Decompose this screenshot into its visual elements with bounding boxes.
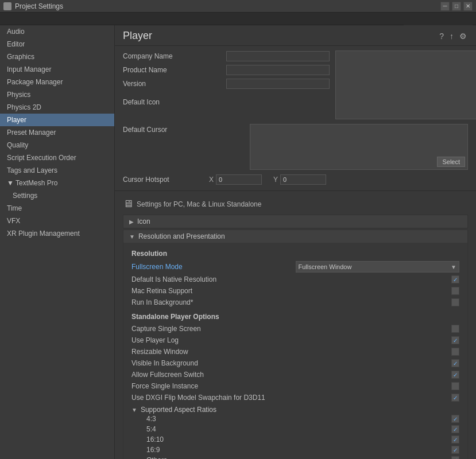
- fullscreen-mode-dropdown[interactable]: Fullscreen Window ▼: [296, 261, 460, 273]
- use-player-log-checkbox[interactable]: [451, 336, 459, 344]
- sidebar-item-input-manager[interactable]: Input Manager: [0, 63, 114, 76]
- sidebar-item-audio[interactable]: Audio: [0, 25, 114, 38]
- capture-single-checkbox[interactable]: [451, 325, 459, 333]
- close-button[interactable]: ✕: [463, 2, 473, 11]
- aspect-4-3-label: 4:3: [141, 415, 451, 423]
- resizable-window-checkbox[interactable]: [451, 348, 459, 356]
- visible-in-background-row: Visible In Background: [131, 357, 459, 369]
- use-player-log-label: Use Player Log: [131, 336, 451, 344]
- sidebar-item-xr-plugin[interactable]: XR Plugin Management: [0, 227, 114, 240]
- company-name-row: Company Name: [123, 50, 330, 62]
- force-single-instance-checkbox[interactable]: [451, 382, 459, 390]
- sidebar-item-preset-manager[interactable]: Preset Manager: [0, 126, 114, 139]
- main-area: Audio Editor Graphics Input Manager Pack…: [0, 25, 476, 459]
- aspect-ratios-header[interactable]: ▼ Supported Aspect Ratios: [131, 406, 459, 414]
- product-name-label: Product Name: [123, 66, 226, 74]
- title-bar: Project Settings ─ □ ✕: [0, 0, 476, 13]
- sidebar-item-tags-and-layers[interactable]: Tags and Layers: [0, 164, 114, 177]
- aspect-others-label: Others: [141, 456, 451, 459]
- aspect-4-3-row: 4:3: [141, 414, 459, 424]
- sidebar-item-time[interactable]: Time: [0, 202, 114, 215]
- use-player-log-row: Use Player Log: [131, 334, 459, 346]
- dxgi-flip-checkbox[interactable]: [451, 394, 459, 402]
- dxgi-flip-row: Use DXGI Flip Model Swapchain for D3D11: [131, 392, 459, 403]
- resolution-section-label: Resolution and Presentation: [138, 232, 225, 240]
- native-resolution-row: Default Is Native Resolution: [131, 274, 459, 285]
- maximize-button[interactable]: □: [452, 2, 461, 11]
- aspect-4-3-checkbox[interactable]: [451, 415, 459, 423]
- sidebar-item-script-execution-order[interactable]: Script Execution Order: [0, 151, 114, 164]
- search-input[interactable]: [404, 13, 473, 25]
- capture-single-row: Capture Single Screen: [131, 323, 459, 334]
- company-name-input[interactable]: [226, 51, 330, 61]
- aspect-others-row: Others: [141, 455, 459, 459]
- cursor-left: Default Cursor: [123, 124, 244, 138]
- icon-collapsible-header[interactable]: ▶ Icon: [123, 215, 468, 228]
- aspect-others-checkbox[interactable]: [451, 456, 459, 459]
- main-scroll-area: Company Name Product Name Version: [115, 46, 476, 459]
- aspect-5-4-checkbox[interactable]: [451, 425, 459, 433]
- version-input[interactable]: [226, 79, 330, 89]
- sidebar-item-quality[interactable]: Quality: [0, 139, 114, 151]
- top-search-bar: [0, 13, 476, 25]
- window-title: Project Settings: [15, 2, 440, 10]
- cursor-y-input[interactable]: [280, 174, 326, 185]
- aspect-ratios-content: 4:3 5:4 16:10: [141, 414, 459, 459]
- native-resolution-checkbox[interactable]: [451, 275, 459, 283]
- gear-icon[interactable]: ⚙: [458, 30, 468, 42]
- native-resolution-label: Default Is Native Resolution: [131, 275, 451, 283]
- window-icon: [3, 2, 11, 10]
- mac-retina-checkbox[interactable]: [451, 287, 459, 295]
- aspect-16-10-label: 16:10: [141, 435, 451, 444]
- player-fields-section: Company Name Product Name Version: [115, 46, 476, 190]
- select-cursor-button[interactable]: Select: [437, 157, 465, 167]
- sidebar-item-player[interactable]: Player: [0, 114, 114, 126]
- allow-fullscreen-switch-checkbox[interactable]: [451, 371, 459, 379]
- aspect-16-10-checkbox[interactable]: [451, 435, 459, 444]
- resolution-header[interactable]: ▼ Resolution and Presentation: [123, 230, 467, 243]
- cursor-y-coord: Y: [273, 174, 326, 185]
- platform-header: 🖥 Settings for PC, Mac & Linux Standalon…: [123, 198, 468, 210]
- sidebar-item-vfx[interactable]: VFX: [0, 215, 114, 227]
- company-name-label: Company Name: [123, 52, 226, 60]
- sidebar-item-textmesh-pro[interactable]: ▼ TextMesh Pro: [0, 177, 114, 189]
- fullscreen-mode-row: Fullscreen Mode Fullscreen Window ▼: [131, 260, 459, 274]
- sidebar-item-editor[interactable]: Editor: [0, 38, 114, 50]
- upload-icon[interactable]: ↑: [448, 30, 455, 42]
- aspect-16-10-row: 16:10: [141, 434, 459, 445]
- monitor-icon: 🖥: [123, 198, 133, 210]
- fields-left: Company Name Product Name Version: [123, 50, 330, 119]
- sidebar-item-physics-2d[interactable]: Physics 2D: [0, 101, 114, 114]
- sidebar-item-graphics[interactable]: Graphics: [0, 50, 114, 63]
- dropdown-arrow-icon: ▼: [451, 264, 456, 270]
- cursor-preview: Select: [250, 124, 468, 170]
- aspect-ratios-section: ▼ Supported Aspect Ratios 4:3: [131, 406, 459, 459]
- standalone-options-label: Standalone Player Options: [131, 313, 459, 321]
- product-name-row: Product Name: [123, 64, 330, 76]
- sidebar-item-settings[interactable]: Settings: [0, 189, 114, 202]
- visible-in-background-checkbox[interactable]: [451, 359, 459, 367]
- aspect-16-9-checkbox[interactable]: [451, 446, 459, 454]
- help-icon[interactable]: ?: [438, 30, 445, 42]
- cursor-x-input[interactable]: [216, 174, 262, 185]
- divider-1: [115, 190, 476, 191]
- run-in-background-checkbox[interactable]: [451, 298, 459, 306]
- aspect-16-9-row: 16:9: [141, 445, 459, 455]
- run-in-background-row: Run In Background*: [131, 297, 459, 308]
- force-single-instance-row: Force Single Instance: [131, 380, 459, 392]
- aspect-5-4-row: 5:4: [141, 424, 459, 434]
- aspect-16-9-label: 16:9: [141, 446, 451, 454]
- aspect-5-4-label: 5:4: [141, 425, 451, 433]
- fullscreen-mode-value: Fullscreen Window: [299, 263, 352, 270]
- version-label: Version: [123, 80, 226, 88]
- sidebar-item-package-manager[interactable]: Package Manager: [0, 76, 114, 88]
- product-name-input[interactable]: [226, 65, 330, 75]
- resolution-content: Resolution Fullscreen Mode Fullscreen Wi…: [123, 243, 467, 459]
- minimize-button[interactable]: ─: [440, 2, 450, 11]
- cursor-x-coord: X: [209, 174, 262, 185]
- aspect-ratios-arrow: ▼: [131, 407, 137, 413]
- resolution-sub-label: Resolution: [131, 250, 459, 258]
- sidebar: Audio Editor Graphics Input Manager Pack…: [0, 25, 115, 459]
- sidebar-item-physics[interactable]: Physics: [0, 88, 114, 101]
- default-cursor-label: Default Cursor: [123, 126, 226, 134]
